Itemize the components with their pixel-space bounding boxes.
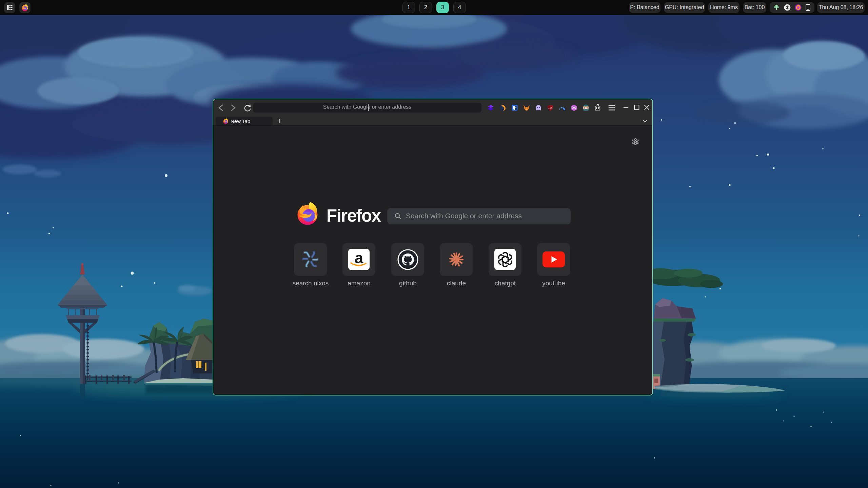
- svg-text:uO: uO: [549, 107, 552, 110]
